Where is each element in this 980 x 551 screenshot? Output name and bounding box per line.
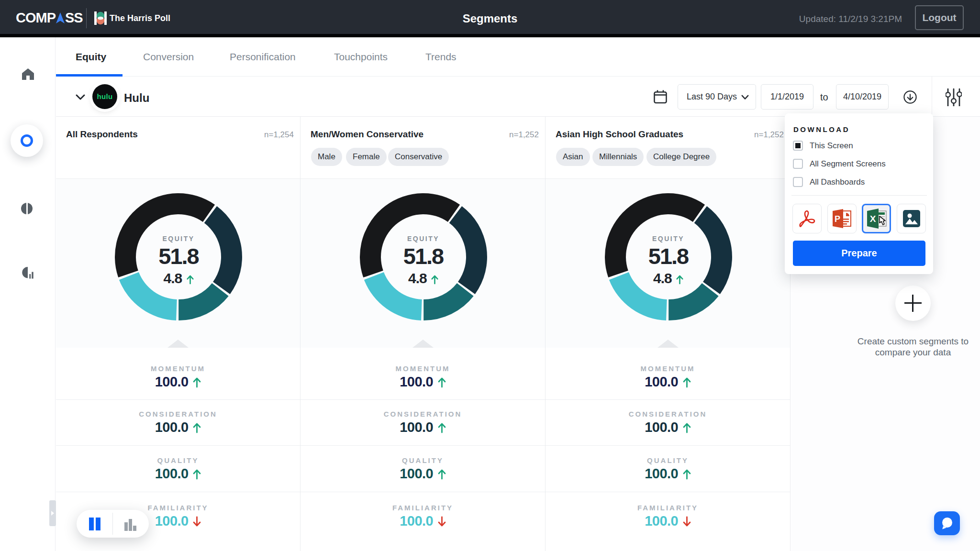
svg-text:P: P [835, 214, 840, 224]
svg-text:X: X [870, 214, 876, 224]
